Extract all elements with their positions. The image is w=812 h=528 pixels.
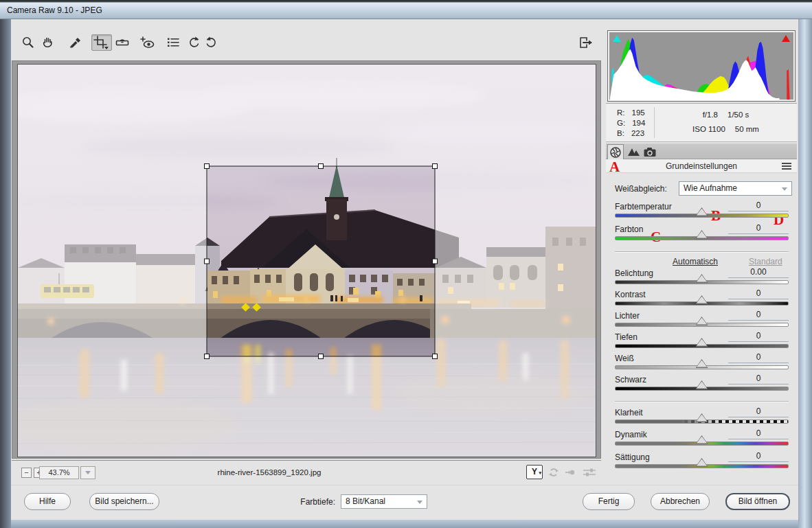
slider-track[interactable] (615, 365, 789, 369)
preview-mode-button[interactable]: Y▾ (526, 465, 543, 479)
toggle-fullscreen-icon[interactable] (576, 34, 595, 51)
open-image-button[interactable]: Bild öffnen (725, 493, 790, 510)
title-bar[interactable]: Camera Raw 9.10 - JPEG (0, 0, 812, 19)
white-balance-tool-icon[interactable] (67, 34, 84, 51)
zoom-level-dropdown[interactable] (80, 466, 95, 479)
slider-value-field[interactable]: 0 (728, 288, 789, 299)
slider-blacks: Schwarz0 (615, 375, 789, 395)
histogram (607, 30, 796, 102)
zoom-tool-icon[interactable] (19, 34, 37, 51)
exif-info-panel: R: 195 G: 194 B: 223 f/1.81/50 s ISO 110… (606, 103, 797, 142)
slider-whites: Weiß0 (615, 354, 789, 374)
slider-label: Farbton (615, 225, 643, 234)
panel-tab-strip (606, 144, 797, 159)
panel-title: Grundeinstellungen (666, 161, 737, 171)
highlight-clipping-indicator[interactable] (780, 34, 791, 43)
crop-tool-icon[interactable] (91, 34, 112, 51)
preferences-tool-icon[interactable] (164, 34, 182, 51)
rotate-left-tool-icon[interactable] (185, 34, 203, 51)
slider-thumb[interactable] (696, 359, 708, 368)
slider-value-field[interactable]: 0 (728, 428, 789, 439)
swap-settings-icon (547, 466, 561, 479)
tab-detail[interactable] (625, 144, 642, 159)
slider-label: Weiß (615, 354, 634, 363)
exposure-readout: f/1.81/50 s ISO 110050 mm (655, 108, 797, 137)
red-eye-tool-icon[interactable] (139, 34, 157, 51)
slider-value-field[interactable]: 0 (728, 352, 789, 363)
slider-thumb[interactable] (696, 458, 708, 467)
slider-track[interactable] (615, 464, 789, 468)
slider-shadows: Tiefen0 (615, 332, 789, 353)
cancel-button[interactable]: Abbrechen (651, 493, 710, 510)
slider-value-field[interactable]: 0.00 (728, 267, 789, 278)
shadow-clipping-indicator[interactable] (611, 34, 622, 43)
slider-value-field[interactable]: 0 (728, 331, 789, 342)
white-balance-label: Weißabgleich: (615, 184, 667, 194)
preview-settings-icon (581, 466, 598, 479)
slider-tint: Farbton0 (615, 225, 789, 245)
window-title: Camera Raw 9.10 - JPEG (7, 5, 102, 15)
panel-menu-icon[interactable] (782, 163, 791, 170)
slider-value-field[interactable]: 0 (728, 200, 789, 211)
tab-camera-calibration[interactable] (642, 144, 658, 159)
slider-track[interactable] (615, 280, 789, 284)
hand-tool-icon[interactable] (39, 34, 57, 51)
slider-label: Farbtemperatur (615, 202, 672, 211)
chevron-down-icon (85, 471, 91, 474)
slider-value-field[interactable]: 0 (728, 374, 789, 384)
chevron-down-icon: ▾ (539, 466, 541, 479)
window-border-bottom (11, 520, 798, 528)
slider-exposure: Belichtung0.00 (615, 268, 789, 289)
slider-saturation: Sättigung0 (615, 452, 789, 473)
panel-header: Grundeinstellungen (606, 159, 797, 173)
done-button[interactable]: Fertig (583, 493, 635, 510)
slider-thumb[interactable] (696, 338, 708, 347)
slider-thumb[interactable] (696, 295, 708, 304)
slider-track[interactable] (615, 387, 789, 391)
slider-value-field[interactable]: 0 (728, 310, 789, 321)
color-depth-select[interactable]: 8 Bit/Kanal (341, 494, 427, 509)
help-button[interactable]: Hilfe (24, 493, 71, 510)
save-image-button[interactable]: Bild speichern... (89, 493, 159, 510)
annotation-letter-a: A (609, 159, 620, 176)
white-balance-value: Wie Aufnahme (684, 183, 737, 193)
white-balance-select[interactable]: Wie Aufnahme (679, 181, 792, 196)
slider-track[interactable] (615, 344, 789, 348)
rgb-readout: R: 195 G: 194 B: 223 (617, 108, 653, 139)
slider-label: Klarheit (615, 408, 643, 417)
slider-thumb[interactable] (696, 413, 708, 422)
slider-thumb[interactable] (696, 317, 708, 325)
zoom-level-field[interactable]: 43.7% (39, 466, 79, 479)
dialog-footer: Hilfe Bild speichern... Farbtiefe: 8 Bit… (11, 485, 798, 520)
slider-thumb[interactable] (696, 435, 708, 444)
slider-track[interactable] (615, 214, 789, 218)
tab-basic[interactable] (607, 144, 624, 159)
slider-track[interactable] (615, 236, 789, 240)
slider-track[interactable] (615, 323, 789, 327)
slider-value-field[interactable]: 0 (728, 223, 789, 234)
slider-thumb[interactable] (696, 230, 708, 239)
slider-thumb[interactable] (696, 207, 708, 216)
auto-link[interactable]: Automatisch (673, 257, 718, 266)
rotate-right-tool-icon[interactable] (202, 34, 220, 51)
apply-snapshot-icon (564, 466, 578, 479)
slider-value-field[interactable]: 0 (728, 451, 789, 462)
slider-label: Schwarz (615, 375, 646, 384)
slider-highlights: Lichter0 (615, 311, 789, 332)
slider-label: Lichter (615, 311, 640, 321)
slider-clarity: Klarheit0 (615, 408, 789, 428)
divider (615, 401, 789, 402)
slider-track[interactable] (615, 420, 789, 424)
slider-thumb[interactable] (696, 274, 708, 283)
slider-track[interactable] (615, 301, 789, 306)
color-depth-value: 8 Bit/Kanal (346, 496, 385, 506)
camera-raw-dialog: Camera Raw 9.10 - JPEG (0, 0, 812, 528)
slider-track[interactable] (615, 441, 789, 446)
photo-rhine-river[interactable] (17, 64, 596, 457)
straighten-tool-icon[interactable] (113, 34, 131, 51)
slider-thumb[interactable] (696, 380, 708, 389)
slider-value-field[interactable]: 0 (728, 406, 789, 417)
zoom-out-button[interactable]: − (21, 468, 32, 478)
standard-link[interactable]: Standard (749, 257, 782, 266)
histogram-layer (610, 98, 780, 100)
